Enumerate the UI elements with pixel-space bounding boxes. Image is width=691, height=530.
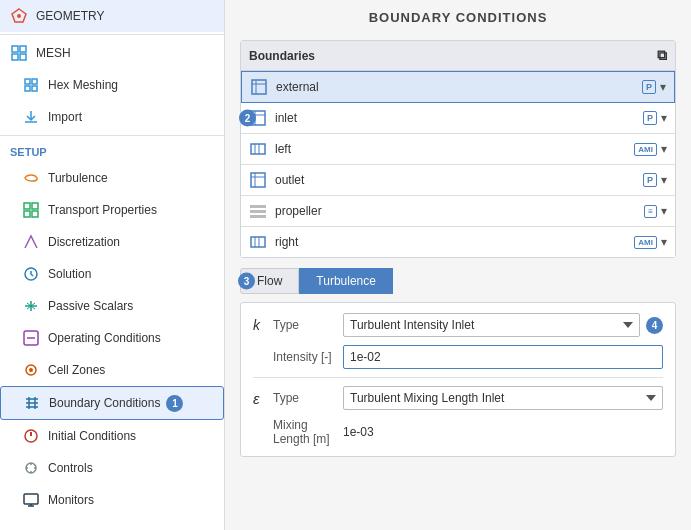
outlet-chevron-icon[interactable]: ▾ — [661, 173, 667, 187]
tabs-row: Flow Turbulence 3 — [240, 268, 676, 294]
k-intensity-group: Intensity [-] — [253, 345, 663, 369]
outlet-icon — [249, 171, 267, 189]
right-icon — [249, 233, 267, 251]
setup-label: SETUP — [10, 146, 47, 158]
sidebar-item-hex-meshing[interactable]: Hex Meshing — [0, 69, 224, 101]
boundary-row-external[interactable]: external P ▾ — [241, 71, 675, 103]
sidebar-item-discretization[interactable]: Discretization — [0, 226, 224, 258]
sidebar-item-passive-label: Passive Scalars — [48, 299, 133, 313]
monitors-icon — [22, 491, 40, 509]
transport-icon — [22, 201, 40, 219]
k-type-group: k Type Turbulent Intensity Inlet 4 — [253, 313, 663, 337]
propeller-chevron-icon[interactable]: ▾ — [661, 204, 667, 218]
inlet-type-badge: P — [643, 111, 657, 125]
sidebar-item-solution[interactable]: Solution — [0, 258, 224, 290]
left-chevron-icon[interactable]: ▾ — [661, 142, 667, 156]
sidebar-item-import[interactable]: Import — [0, 101, 224, 133]
sidebar-item-boundary-conditions[interactable]: Boundary Conditions 1 — [0, 386, 224, 420]
svg-point-1 — [17, 14, 21, 18]
inlet-name: inlet — [275, 111, 643, 125]
left-type-badge: AMI — [634, 143, 657, 156]
controls-icon — [22, 459, 40, 477]
sidebar-item-turbulence[interactable]: Turbulence — [0, 162, 224, 194]
sidebar-item-mesh[interactable]: MESH — [0, 37, 224, 69]
tab-turbulence[interactable]: Turbulence — [299, 268, 393, 294]
sidebar-item-operating-conditions[interactable]: Operating Conditions — [0, 322, 224, 354]
right-chevron-icon[interactable]: ▾ — [661, 235, 667, 249]
sidebar-item-geometry[interactable]: GEOMETRY — [0, 0, 224, 32]
boundary-conditions-badge: 1 — [166, 395, 183, 412]
solution-icon — [22, 265, 40, 283]
geometry-icon — [10, 7, 28, 25]
k-intensity-input[interactable] — [343, 345, 663, 369]
sidebar-run[interactable]: ▶ RUN — [0, 520, 224, 530]
outlet-name: outlet — [275, 173, 643, 187]
import-icon — [22, 108, 40, 126]
operating-conditions-icon — [22, 329, 40, 347]
sidebar-item-controls[interactable]: Controls — [0, 452, 224, 484]
epsilon-mixing-label: Mixing Length [m] — [273, 418, 343, 446]
svg-rect-34 — [250, 205, 266, 208]
svg-rect-10 — [24, 203, 30, 209]
svg-rect-9 — [32, 86, 37, 91]
svg-rect-2 — [12, 46, 18, 52]
sidebar-item-initial-label: Initial Conditions — [48, 429, 136, 443]
sidebar-item-import-label: Import — [48, 110, 82, 124]
sidebar-item-boundary-label: Boundary Conditions — [49, 396, 160, 410]
svg-rect-28 — [251, 144, 265, 154]
svg-rect-6 — [25, 79, 30, 84]
turbulence-icon — [22, 169, 40, 187]
external-chevron-icon[interactable]: ▾ — [660, 80, 666, 94]
sidebar-item-transport-properties[interactable]: Transport Properties — [0, 194, 224, 226]
sidebar-item-transport-label: Transport Properties — [48, 203, 157, 217]
boundary-row-left[interactable]: left AMI ▾ — [241, 134, 675, 165]
page-title: BOUNDARY CONDITIONS — [225, 0, 691, 35]
inlet-badge: 2 — [239, 110, 256, 127]
left-icon — [249, 140, 267, 158]
inlet-controls: P ▾ — [643, 111, 667, 125]
cell-zones-icon — [22, 361, 40, 379]
k-type-select[interactable]: Turbulent Intensity Inlet — [343, 313, 640, 337]
svg-rect-11 — [32, 203, 38, 209]
sidebar-item-initial-conditions[interactable]: Initial Conditions — [0, 420, 224, 452]
boundary-row-outlet[interactable]: outlet P ▾ — [241, 165, 675, 196]
propeller-name: propeller — [275, 204, 644, 218]
sidebar-item-discretization-label: Discretization — [48, 235, 120, 249]
form-divider — [253, 377, 663, 378]
sidebar-item-hex-meshing-label: Hex Meshing — [48, 78, 118, 92]
passive-scalars-icon — [22, 297, 40, 315]
svg-rect-35 — [250, 210, 266, 213]
svg-rect-3 — [20, 46, 26, 52]
sidebar-item-monitors-label: Monitors — [48, 493, 94, 507]
svg-rect-7 — [32, 79, 37, 84]
main-content: BOUNDARY CONDITIONS Boundaries ⧉ externa… — [225, 0, 691, 530]
epsilon-type-select[interactable]: Turbulent Mixing Length Inlet — [343, 386, 663, 410]
propeller-type-badge: ≡ — [644, 205, 657, 218]
sidebar-divider2 — [0, 135, 224, 136]
outlet-controls: P ▾ — [643, 173, 667, 187]
sidebar-item-turbulence-label: Turbulence — [48, 171, 108, 185]
svg-rect-37 — [251, 237, 265, 247]
k-badge: 4 — [646, 317, 663, 334]
svg-rect-8 — [25, 86, 30, 91]
epsilon-type-group: ε Type Turbulent Mixing Length Inlet — [253, 386, 663, 410]
right-controls: AMI ▾ — [634, 235, 667, 249]
sidebar: GEOMETRY MESH Hex Meshing Import SETUP T… — [0, 0, 225, 530]
epsilon-mixing-group: Mixing Length [m] 1e-03 — [253, 418, 663, 446]
sidebar-item-cell-zones[interactable]: Cell Zones — [0, 354, 224, 386]
sidebar-item-cell-zones-label: Cell Zones — [48, 363, 105, 377]
sidebar-item-monitors[interactable]: Monitors — [0, 484, 224, 516]
outlet-type-badge: P — [643, 173, 657, 187]
boundary-row-inlet[interactable]: inlet P ▾ 2 — [241, 103, 675, 134]
svg-rect-22 — [252, 80, 266, 94]
propeller-controls: ≡ ▾ — [644, 204, 667, 218]
sidebar-item-passive-scalars[interactable]: Passive Scalars — [0, 290, 224, 322]
copy-icon[interactable]: ⧉ — [657, 47, 667, 64]
boundary-row-propeller[interactable]: propeller ≡ ▾ — [241, 196, 675, 227]
sidebar-item-geometry-label: GEOMETRY — [36, 9, 104, 23]
initial-conditions-icon — [22, 427, 40, 445]
inlet-chevron-icon[interactable]: ▾ — [661, 111, 667, 125]
svg-rect-4 — [12, 54, 18, 60]
boundary-row-right[interactable]: right AMI ▾ — [241, 227, 675, 257]
external-name: external — [276, 80, 642, 94]
